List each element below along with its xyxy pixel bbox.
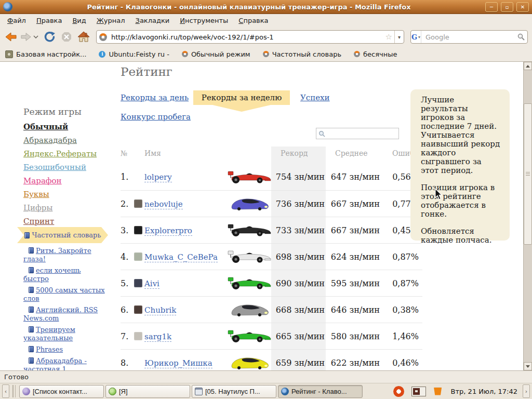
dictionary-icon <box>29 346 34 352</box>
mouse-cursor <box>434 188 443 200</box>
player-search-box[interactable] <box>316 128 399 139</box>
player-name-link[interactable]: lolpery <box>144 172 172 182</box>
player-avatar <box>134 226 142 234</box>
record-cell: 665 зн/мин <box>271 331 326 341</box>
url-bar[interactable]: ☆ ▾ <box>96 30 404 44</box>
dictionary-link[interactable]: Phrases <box>36 345 63 353</box>
taskbar-window-pidgin[interactable]: [Список контакт... <box>19 385 104 398</box>
menu-bookmarks[interactable]: Закладки <box>130 15 175 26</box>
search-magnifier-icon[interactable] <box>517 33 525 41</box>
dictionary-item: если хочешь быстро <box>23 267 108 283</box>
rank-cell: 7. <box>121 331 134 341</box>
dictionary-item: Английский. RSS News.com <box>23 306 108 323</box>
tab-records-day[interactable]: Рекорды за день <box>121 93 189 102</box>
player-search-input[interactable] <box>325 129 398 138</box>
menu-tools[interactable]: Инструменты <box>175 15 233 26</box>
sidebar-mode-noerror[interactable]: Безошибочный <box>23 161 97 174</box>
bookmark-star-icon[interactable]: ☆ <box>385 32 392 42</box>
car-image <box>228 329 271 343</box>
sidebar-modes: Обычный Абракадабра Яндекс.Рефераты Безо… <box>23 120 97 228</box>
sidebar-mode-abracadabra[interactable]: Абракадабра <box>23 134 97 147</box>
url-input[interactable] <box>110 33 383 42</box>
dictionary-icon <box>24 232 30 238</box>
status-text: Готово <box>4 373 29 381</box>
info-panel: Лучшие результаты игроков за последние 7… <box>410 89 510 241</box>
rank-cell: 5. <box>121 278 134 288</box>
car-image <box>228 276 271 290</box>
taskbar-window-nautilus[interactable]: [05. Наутилус П... <box>192 385 276 398</box>
forward-button[interactable] <box>20 32 32 42</box>
close-button[interactable]: ✕ <box>516 2 529 12</box>
web-search-input[interactable] <box>424 33 515 42</box>
player-name-link[interactable]: Юрикор_Мишка <box>144 358 212 368</box>
scroll-up-icon[interactable] <box>524 62 532 70</box>
menu-view[interactable]: Вид <box>67 15 91 26</box>
reload-button[interactable] <box>44 31 56 43</box>
taskbar-clock[interactable]: Втр, 21 Июл, 17:42 <box>451 388 517 395</box>
player-name-link[interactable]: nebovluje <box>144 200 183 209</box>
taskbar-drag-handle[interactable] <box>11 385 16 397</box>
car-image <box>228 170 271 184</box>
tab-records-week-active[interactable]: Рекорды за неделю <box>193 90 290 105</box>
tab-race-contest[interactable]: Конкурс пробега <box>121 112 191 122</box>
back-forward-dropdown-icon[interactable] <box>33 35 38 38</box>
table-row: 5. Aivi 690 зн/мин 595 зн/мин 0,87% <box>121 270 422 296</box>
car-image <box>228 196 271 211</box>
sidebar-mode-sprint[interactable]: Спринт <box>23 215 97 228</box>
ubuntu-logo-icon[interactable] <box>393 386 404 397</box>
sidebar-mode-letters[interactable]: Буквы <box>23 188 97 201</box>
firefox-logo-icon <box>3 2 12 11</box>
table-row: 6. Chubrik 668 зн/мин 646 зн/мин 0,38% <box>121 296 422 323</box>
menu-edit[interactable]: Правка <box>31 15 67 26</box>
menu-file[interactable]: Файл <box>2 15 31 26</box>
dictionary-link[interactable]: Английский. RSS News.com <box>23 306 98 322</box>
minimize-button[interactable]: ─ <box>485 2 498 12</box>
tab-achievements[interactable]: Успехи <box>300 93 330 102</box>
workspace-switcher[interactable] <box>411 387 426 396</box>
back-button[interactable] <box>4 31 17 43</box>
player-name-link[interactable]: Aivi <box>144 279 159 289</box>
taskbar-window-ya[interactable]: [Я] <box>105 385 190 398</box>
record-cell: 733 зн/мин <box>271 225 326 235</box>
bookmark-item[interactable]: i Ubuntu:Feisty ru - <box>99 50 169 58</box>
stop-button[interactable] <box>61 31 72 43</box>
menu-history[interactable]: Журнал <box>91 15 130 26</box>
bookmark-item[interactable]: Базовая настройк... <box>5 50 86 58</box>
record-cell: 754 зн/мин <box>271 172 326 182</box>
player-name-link[interactable]: Explorerpro <box>144 226 192 236</box>
home-button[interactable] <box>77 31 90 43</box>
scroll-down-icon[interactable] <box>524 362 532 370</box>
table-header: № Имя Рекорд Среднее Ошибки <box>121 149 422 157</box>
sidebar-mode-digits[interactable]: Цифры <box>23 201 97 215</box>
search-icon <box>318 130 325 137</box>
player-name-link[interactable]: sarg1k <box>144 332 171 342</box>
taskbar-window-firefox-active[interactable]: Рейтинг - Клаво... <box>278 385 363 398</box>
player-name-link[interactable]: Muwka_C_CeBePa <box>144 252 218 262</box>
site-favicon-icon <box>99 33 107 41</box>
bookmark-item[interactable]: Обычный режим <box>182 50 250 58</box>
scrollbar-thumb[interactable] <box>524 103 532 245</box>
bookmark-item[interactable]: Частотный словарь <box>263 50 341 58</box>
search-bar[interactable]: G ▾ <box>410 30 528 44</box>
page-scrollbar[interactable] <box>523 62 532 370</box>
window-titlebar[interactable]: Рейтинг - Клавогонки - онлайновый клавиа… <box>0 0 532 14</box>
sidebar-mode-normal[interactable]: Обычный <box>23 120 97 134</box>
menu-help[interactable]: Справка <box>233 15 273 26</box>
trash-icon[interactable] <box>433 388 443 395</box>
info-icon: i <box>99 51 105 58</box>
url-dropdown-icon[interactable]: ▾ <box>394 31 404 43</box>
record-cell: 659 зн/мин <box>271 358 326 368</box>
sidebar-mode-referats[interactable]: Яндекс.Рефераты <box>23 147 97 161</box>
dictionary-link[interactable]: 5000 самых частых слов <box>23 286 105 302</box>
taskbar-scroll-right-button[interactable]: › <box>523 384 530 398</box>
sidebar-mode-marathon[interactable]: Марафон <box>23 174 97 188</box>
green-sphere-icon <box>109 388 116 395</box>
bookmark-item[interactable]: бесячные <box>354 50 397 58</box>
active-tab-pointer <box>212 105 271 112</box>
player-name-link[interactable]: Chubrik <box>144 305 176 315</box>
rank-cell: 1. <box>121 172 134 182</box>
sidebar-active-dictionary[interactable]: Частотный словарь <box>17 227 108 243</box>
taskbar-scroll-left-button[interactable]: ‹ <box>2 384 9 398</box>
maximize-button[interactable]: ▫ <box>501 2 513 12</box>
search-engine-icon[interactable]: G ▾ <box>411 31 421 43</box>
